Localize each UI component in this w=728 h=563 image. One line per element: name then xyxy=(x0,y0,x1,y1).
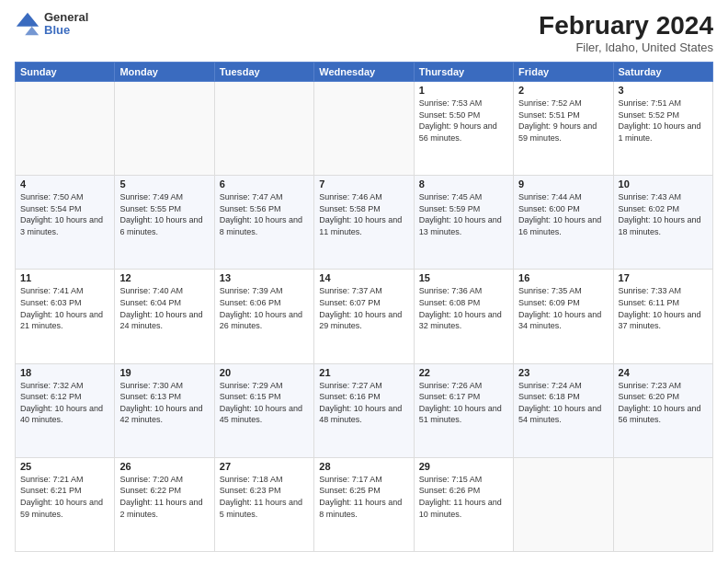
calendar-week-row: 11Sunrise: 7:41 AM Sunset: 6:03 PM Dayli… xyxy=(16,270,713,363)
day-number: 14 xyxy=(319,272,408,283)
table-row: 15Sunrise: 7:36 AM Sunset: 6:08 PM Dayli… xyxy=(414,270,513,363)
day-number: 28 xyxy=(319,461,408,472)
table-row: 22Sunrise: 7:26 AM Sunset: 6:17 PM Dayli… xyxy=(414,363,513,457)
table-row: 7Sunrise: 7:46 AM Sunset: 5:58 PM Daylig… xyxy=(314,176,414,270)
col-saturday: Saturday xyxy=(613,63,712,82)
day-info: Sunrise: 7:23 AM Sunset: 6:20 PM Dayligh… xyxy=(619,380,708,426)
day-info: Sunrise: 7:46 AM Sunset: 5:58 PM Dayligh… xyxy=(319,191,408,237)
table-row: 27Sunrise: 7:18 AM Sunset: 6:23 PM Dayli… xyxy=(214,457,313,551)
day-info: Sunrise: 7:53 AM Sunset: 5:50 PM Dayligh… xyxy=(419,98,508,144)
table-row: 11Sunrise: 7:41 AM Sunset: 6:03 PM Dayli… xyxy=(16,270,115,363)
table-row xyxy=(115,82,214,176)
day-info: Sunrise: 7:30 AM Sunset: 6:13 PM Dayligh… xyxy=(119,380,209,426)
table-row: 13Sunrise: 7:39 AM Sunset: 6:06 PM Dayli… xyxy=(214,270,313,363)
table-row: 12Sunrise: 7:40 AM Sunset: 6:04 PM Dayli… xyxy=(115,270,214,363)
table-row: 16Sunrise: 7:35 AM Sunset: 6:09 PM Dayli… xyxy=(514,270,613,363)
col-friday: Friday xyxy=(514,63,613,82)
table-row xyxy=(314,82,414,176)
table-row: 20Sunrise: 7:29 AM Sunset: 6:15 PM Dayli… xyxy=(214,363,313,457)
day-info: Sunrise: 7:18 AM Sunset: 6:23 PM Dayligh… xyxy=(220,474,309,520)
calendar-week-row: 1Sunrise: 7:53 AM Sunset: 5:50 PM Daylig… xyxy=(16,82,713,176)
table-row: 19Sunrise: 7:30 AM Sunset: 6:13 PM Dayli… xyxy=(115,363,214,457)
table-row: 2Sunrise: 7:52 AM Sunset: 5:51 PM Daylig… xyxy=(514,82,613,176)
day-number: 9 xyxy=(518,178,608,190)
day-number: 29 xyxy=(419,461,508,472)
day-number: 3 xyxy=(619,85,708,96)
calendar-week-row: 4Sunrise: 7:50 AM Sunset: 5:54 PM Daylig… xyxy=(16,176,713,270)
logo: General Blue xyxy=(15,11,88,38)
col-thursday: Thursday xyxy=(414,63,513,82)
day-info: Sunrise: 7:26 AM Sunset: 6:17 PM Dayligh… xyxy=(419,380,508,426)
table-row: 1Sunrise: 7:53 AM Sunset: 5:50 PM Daylig… xyxy=(414,82,513,176)
table-row: 26Sunrise: 7:20 AM Sunset: 6:22 PM Dayli… xyxy=(115,457,214,551)
table-row: 21Sunrise: 7:27 AM Sunset: 6:16 PM Dayli… xyxy=(314,363,414,457)
day-info: Sunrise: 7:49 AM Sunset: 5:55 PM Dayligh… xyxy=(119,191,209,237)
day-info: Sunrise: 7:27 AM Sunset: 6:16 PM Dayligh… xyxy=(319,380,408,426)
table-row: 5Sunrise: 7:49 AM Sunset: 5:55 PM Daylig… xyxy=(115,176,214,270)
day-number: 20 xyxy=(220,367,309,378)
table-row: 9Sunrise: 7:44 AM Sunset: 6:00 PM Daylig… xyxy=(514,176,613,270)
table-row: 17Sunrise: 7:33 AM Sunset: 6:11 PM Dayli… xyxy=(613,270,712,363)
day-number: 26 xyxy=(119,461,209,472)
day-number: 15 xyxy=(419,272,508,283)
day-info: Sunrise: 7:47 AM Sunset: 5:56 PM Dayligh… xyxy=(220,191,309,237)
table-row xyxy=(16,82,115,176)
day-number: 25 xyxy=(20,461,109,472)
day-info: Sunrise: 7:39 AM Sunset: 6:06 PM Dayligh… xyxy=(220,285,309,331)
calendar-table: Sunday Monday Tuesday Wednesday Thursday… xyxy=(15,62,713,552)
title-block: February 2024 Filer, Idaho, United State… xyxy=(539,11,713,54)
calendar-header-row: Sunday Monday Tuesday Wednesday Thursday… xyxy=(16,63,713,82)
day-info: Sunrise: 7:36 AM Sunset: 6:08 PM Dayligh… xyxy=(419,285,508,331)
day-info: Sunrise: 7:50 AM Sunset: 5:54 PM Dayligh… xyxy=(20,191,109,237)
svg-marker-0 xyxy=(17,13,39,27)
day-info: Sunrise: 7:45 AM Sunset: 5:59 PM Dayligh… xyxy=(419,191,508,237)
table-row xyxy=(214,82,313,176)
calendar-title: February 2024 xyxy=(539,11,713,40)
col-sunday: Sunday xyxy=(16,63,115,82)
day-info: Sunrise: 7:37 AM Sunset: 6:07 PM Dayligh… xyxy=(319,285,408,331)
day-info: Sunrise: 7:20 AM Sunset: 6:22 PM Dayligh… xyxy=(119,474,209,520)
table-row: 8Sunrise: 7:45 AM Sunset: 5:59 PM Daylig… xyxy=(414,176,513,270)
table-row: 4Sunrise: 7:50 AM Sunset: 5:54 PM Daylig… xyxy=(16,176,115,270)
day-info: Sunrise: 7:17 AM Sunset: 6:25 PM Dayligh… xyxy=(319,474,408,520)
day-number: 18 xyxy=(20,367,109,378)
day-info: Sunrise: 7:15 AM Sunset: 6:26 PM Dayligh… xyxy=(419,474,508,520)
day-number: 2 xyxy=(518,85,608,96)
day-info: Sunrise: 7:44 AM Sunset: 6:00 PM Dayligh… xyxy=(518,191,608,237)
logo-text: General Blue xyxy=(44,11,88,38)
day-info: Sunrise: 7:35 AM Sunset: 6:09 PM Dayligh… xyxy=(518,285,608,331)
day-number: 8 xyxy=(419,178,508,190)
table-row xyxy=(613,457,712,551)
day-number: 12 xyxy=(119,272,209,283)
calendar-week-row: 18Sunrise: 7:32 AM Sunset: 6:12 PM Dayli… xyxy=(16,363,713,457)
header: General Blue February 2024 Filer, Idaho,… xyxy=(15,11,713,54)
day-number: 10 xyxy=(619,178,708,190)
day-info: Sunrise: 7:29 AM Sunset: 6:15 PM Dayligh… xyxy=(220,380,309,426)
day-number: 11 xyxy=(20,272,109,283)
day-number: 27 xyxy=(220,461,309,472)
table-row: 14Sunrise: 7:37 AM Sunset: 6:07 PM Dayli… xyxy=(314,270,414,363)
day-number: 16 xyxy=(518,272,608,283)
col-wednesday: Wednesday xyxy=(314,63,414,82)
logo-general: General xyxy=(44,11,88,24)
table-row: 23Sunrise: 7:24 AM Sunset: 6:18 PM Dayli… xyxy=(514,363,613,457)
col-monday: Monday xyxy=(115,63,214,82)
page: General Blue February 2024 Filer, Idaho,… xyxy=(0,0,728,563)
table-row: 29Sunrise: 7:15 AM Sunset: 6:26 PM Dayli… xyxy=(414,457,513,551)
day-info: Sunrise: 7:33 AM Sunset: 6:11 PM Dayligh… xyxy=(619,285,708,331)
day-number: 17 xyxy=(619,272,708,283)
table-row: 24Sunrise: 7:23 AM Sunset: 6:20 PM Dayli… xyxy=(613,363,712,457)
table-row: 25Sunrise: 7:21 AM Sunset: 6:21 PM Dayli… xyxy=(16,457,115,551)
svg-marker-1 xyxy=(25,27,39,35)
day-info: Sunrise: 7:21 AM Sunset: 6:21 PM Dayligh… xyxy=(20,474,109,520)
logo-blue: Blue xyxy=(44,24,88,37)
day-number: 22 xyxy=(419,367,508,378)
day-info: Sunrise: 7:40 AM Sunset: 6:04 PM Dayligh… xyxy=(119,285,209,331)
day-info: Sunrise: 7:51 AM Sunset: 5:52 PM Dayligh… xyxy=(619,98,708,144)
day-number: 1 xyxy=(419,85,508,96)
day-number: 6 xyxy=(220,178,309,190)
calendar-week-row: 25Sunrise: 7:21 AM Sunset: 6:21 PM Dayli… xyxy=(16,457,713,551)
day-info: Sunrise: 7:43 AM Sunset: 6:02 PM Dayligh… xyxy=(619,191,708,237)
table-row: 3Sunrise: 7:51 AM Sunset: 5:52 PM Daylig… xyxy=(613,82,712,176)
day-info: Sunrise: 7:52 AM Sunset: 5:51 PM Dayligh… xyxy=(518,98,608,144)
